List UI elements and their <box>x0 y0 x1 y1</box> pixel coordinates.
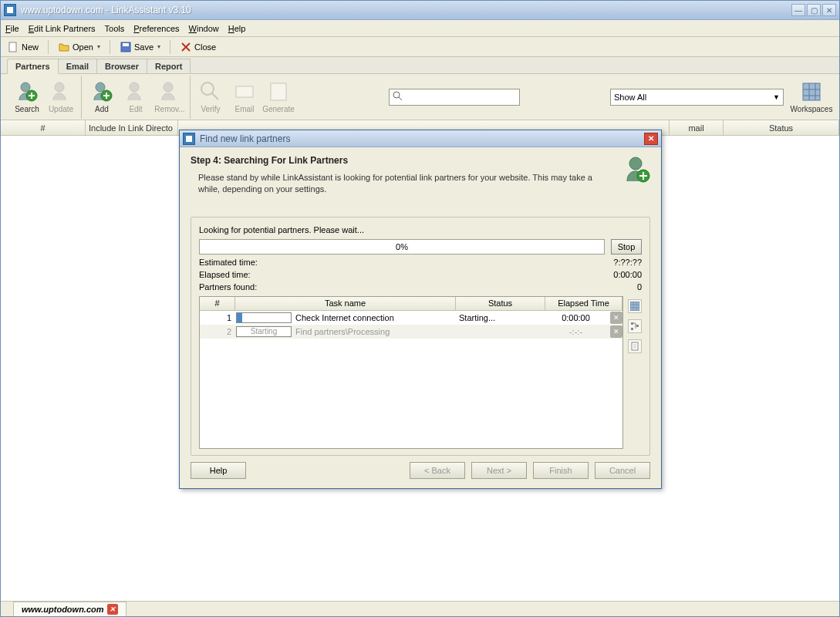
close-button[interactable]: ✕ <box>822 4 836 16</box>
task-row: 1 Check Internet connection Starting... … <box>200 311 622 325</box>
filter-value: Show All <box>614 93 646 102</box>
close-project-button[interactable]: Close <box>177 39 219 55</box>
elapsed-value: 0:00:00 <box>613 270 642 279</box>
tab-partners[interactable]: Partners <box>7 59 59 74</box>
back-button[interactable]: < Back <box>410 462 465 479</box>
menu-window[interactable]: Window <box>189 24 219 33</box>
svg-point-9 <box>130 83 139 92</box>
ribbon-email-button[interactable]: Email <box>229 80 260 113</box>
workspaces-icon <box>800 80 823 103</box>
chevron-down-icon: ▼ <box>773 93 780 101</box>
step-description: Please stand by while LinkAssistant is l… <box>191 172 615 195</box>
menu-tools[interactable]: Tools <box>105 24 125 33</box>
menubar: File Edit Link Partners Tools Preference… <box>1 20 839 37</box>
ribbon-update-label: Update <box>49 105 73 113</box>
progress-bar: 0% <box>199 239 605 255</box>
ribbon-add-button[interactable]: Add <box>86 80 117 113</box>
add-person-icon <box>90 80 113 103</box>
maximize-button[interactable]: ▢ <box>807 4 821 16</box>
finish-button[interactable]: Finish <box>533 462 589 479</box>
ribbon-search-label: Search <box>15 105 39 113</box>
menu-preferences[interactable]: Preferences <box>133 24 179 33</box>
col-include[interactable]: Include In Link Directo <box>86 120 178 135</box>
wizard-avatar-icon <box>622 155 650 183</box>
statusbar: www.uptodown.com ✕ <box>1 601 839 616</box>
ribbon-edit-button[interactable]: Edit <box>120 80 151 113</box>
save-button[interactable]: Save ▾ <box>116 39 164 55</box>
email-icon <box>233 80 256 103</box>
titlebar[interactable]: www.uptodown.com - LinkAssistant v3.10 —… <box>1 1 839 20</box>
task-progress-bar <box>236 312 292 323</box>
next-button[interactable]: Next > <box>471 462 527 479</box>
col-num[interactable]: # <box>1 120 86 135</box>
task-progress-bar: Starting <box>236 326 292 337</box>
menu-help[interactable]: Help <box>228 24 246 33</box>
task-cancel-icon[interactable]: ✕ <box>610 325 622 338</box>
svg-point-14 <box>393 92 400 98</box>
stop-button[interactable]: Stop <box>611 239 642 255</box>
task-col-elapsed[interactable]: Elapsed Time <box>545 297 622 310</box>
toolbar: New Open ▾ Save ▾ Close <box>1 37 839 57</box>
svg-rect-3 <box>123 43 129 46</box>
filter-select[interactable]: Show All ▼ <box>610 89 784 106</box>
svg-point-10 <box>164 83 173 92</box>
col-email[interactable]: mail <box>670 120 724 135</box>
minimize-button[interactable]: — <box>791 4 805 16</box>
tab-email[interactable]: Email <box>58 59 97 73</box>
svg-rect-1 <box>9 42 16 52</box>
svg-rect-21 <box>631 328 633 330</box>
svg-rect-20 <box>631 322 633 325</box>
progress-panel: Looking for potential partners. Please w… <box>191 217 650 456</box>
new-label: New <box>22 42 39 52</box>
status-site: www.uptodown.com <box>22 605 104 614</box>
partners-found-value: 0 <box>637 282 642 292</box>
ribbon-generate-button[interactable]: Generate <box>263 80 294 113</box>
help-button[interactable]: Help <box>191 462 246 479</box>
table-view-icon[interactable] <box>628 299 642 313</box>
tree-view-icon[interactable] <box>628 319 642 333</box>
dialog-icon <box>183 133 195 145</box>
task-col-num[interactable]: # <box>200 297 235 310</box>
task-col-status[interactable]: Status <box>456 297 545 310</box>
search-input[interactable] <box>389 89 520 106</box>
new-button[interactable]: New <box>4 39 42 55</box>
close-label: Close <box>194 42 216 52</box>
ribbon: Search Update Add Edit Remov... <box>1 74 839 120</box>
svg-rect-22 <box>636 325 639 327</box>
window-title: www.uptodown.com - LinkAssistant v3.10 <box>21 5 791 15</box>
svg-rect-13 <box>271 83 286 100</box>
cancel-button[interactable]: Cancel <box>595 462 650 479</box>
task-col-name[interactable]: Task name <box>235 297 456 310</box>
progress-percent: 0% <box>396 242 408 251</box>
task-cancel-icon[interactable]: ✕ <box>610 312 622 324</box>
estimated-label: Estimated time: <box>199 258 258 267</box>
estimated-value: ?:??:?? <box>613 258 642 267</box>
menu-file[interactable]: File <box>5 24 19 33</box>
status-project-tab[interactable]: www.uptodown.com ✕ <box>13 602 127 616</box>
partners-found-label: Partners found: <box>199 282 257 292</box>
document-view-icon[interactable] <box>628 339 642 353</box>
ribbon-verify-button[interactable]: Verify <box>195 80 226 113</box>
generate-icon <box>267 80 290 103</box>
svg-point-17 <box>629 157 642 170</box>
close-icon[interactable]: ✕ <box>107 604 118 615</box>
ribbon-remove-button[interactable]: Remov... <box>154 80 185 113</box>
ribbon-update-button[interactable]: Update <box>46 80 76 113</box>
save-disk-icon <box>120 41 132 53</box>
tab-report[interactable]: Report <box>147 59 191 73</box>
col-status[interactable]: Status <box>724 120 839 135</box>
remove-person-icon <box>158 80 181 103</box>
ribbon-search-button[interactable]: Search <box>12 80 42 113</box>
menu-edit-partners[interactable]: Edit Link Partners <box>29 24 96 33</box>
open-button[interactable]: Open ▾ <box>55 39 103 55</box>
verify-icon <box>199 80 222 103</box>
ribbon-workspaces-button[interactable]: Workspaces <box>796 80 827 113</box>
search-icon <box>393 91 403 103</box>
main-tabs: Partners Email Browser Report <box>1 57 839 74</box>
tab-browser[interactable]: Browser <box>96 59 147 73</box>
close-x-icon <box>180 41 192 53</box>
task-row: 2 Starting Find partners\Processing -:-:… <box>200 325 622 339</box>
dialog-close-button[interactable]: ✕ <box>644 133 658 145</box>
svg-point-7 <box>96 83 105 92</box>
dialog-titlebar[interactable]: Find new link partners ✕ <box>180 130 661 147</box>
